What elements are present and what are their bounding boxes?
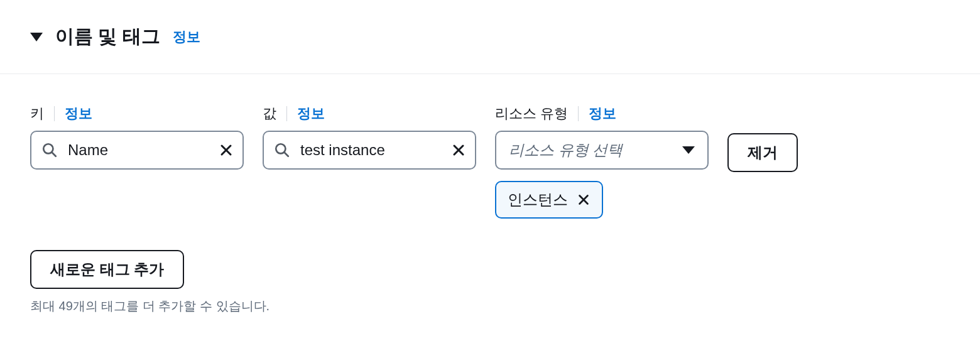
divider (54, 106, 55, 121)
add-tag-section: 새로운 태그 추가 최대 49개의 태그를 더 추가할 수 있습니다. (30, 250, 950, 315)
resource-type-select[interactable]: 리소스 유형 선택 (495, 131, 709, 170)
column-remove: 제거 (727, 104, 798, 172)
info-link-key[interactable]: 정보 (65, 104, 92, 123)
info-link-header[interactable]: 정보 (173, 28, 200, 46)
clear-key-icon[interactable] (219, 143, 234, 158)
key-input-wrapper (30, 131, 244, 170)
divider (286, 106, 287, 121)
key-label: 키 (30, 104, 44, 123)
clear-value-icon[interactable] (451, 143, 466, 158)
column-key: 키 정보 (30, 104, 244, 170)
add-tag-button[interactable]: 새로운 태그 추가 (30, 250, 184, 289)
tag-row: 키 정보 (30, 104, 950, 219)
key-label-row: 키 정보 (30, 104, 244, 123)
remove-button[interactable]: 제거 (727, 133, 798, 172)
token-label: 인스턴스 (508, 190, 568, 210)
resource-type-token: 인스턴스 (495, 181, 603, 219)
section-content: 키 정보 (0, 74, 980, 345)
section-header[interactable]: 이름 및 태그 정보 (0, 0, 980, 74)
resource-type-placeholder: 리소스 유형 선택 (509, 140, 623, 160)
search-icon (274, 142, 290, 158)
section-title: 이름 및 태그 (55, 24, 160, 50)
search-icon (41, 142, 58, 158)
chevron-down-icon (682, 146, 695, 154)
helper-text: 최대 49개의 태그를 더 추가할 수 있습니다. (30, 298, 950, 315)
column-value: 값 정보 (263, 104, 476, 170)
key-input[interactable] (68, 141, 211, 159)
value-input-wrapper (263, 131, 476, 170)
remove-token-icon[interactable] (577, 193, 591, 207)
info-link-value[interactable]: 정보 (297, 104, 325, 123)
svg-line-5 (284, 152, 288, 156)
info-link-resource[interactable]: 정보 (589, 104, 616, 123)
divider (578, 106, 579, 121)
caret-down-icon (30, 33, 43, 41)
column-resource-type: 리소스 유형 정보 리소스 유형 선택 인스턴스 (495, 104, 709, 219)
svg-line-1 (52, 152, 56, 156)
resource-label-row: 리소스 유형 정보 (495, 104, 709, 123)
resource-type-label: 리소스 유형 (495, 104, 568, 123)
value-label-row: 값 정보 (263, 104, 476, 123)
value-input[interactable] (300, 141, 444, 159)
value-label: 값 (263, 104, 276, 123)
